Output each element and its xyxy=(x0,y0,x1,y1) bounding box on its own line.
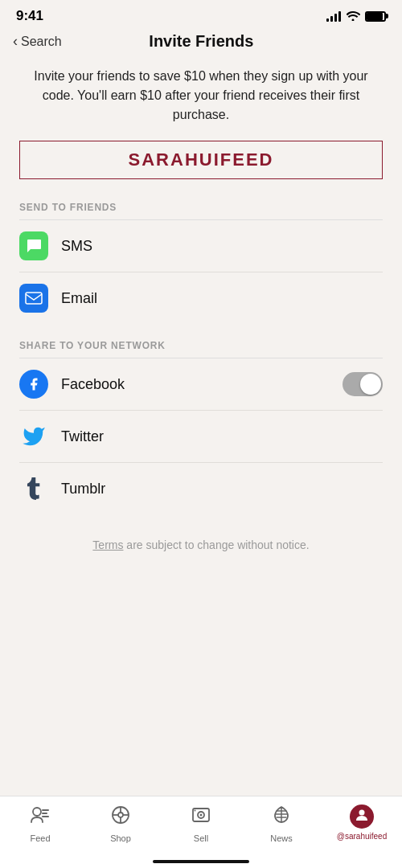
tab-shop[interactable]: Shop xyxy=(80,805,161,843)
promo-code-box[interactable]: SARAHUIFEED xyxy=(19,141,383,179)
svg-point-19 xyxy=(359,810,365,816)
terms-link[interactable]: Terms xyxy=(92,538,123,551)
main-content: Invite your friends to save $10 when the… xyxy=(0,59,402,567)
svg-rect-4 xyxy=(42,816,49,817)
twitter-list-item[interactable]: Twitter xyxy=(19,411,383,463)
avatar xyxy=(350,805,374,829)
tumblr-label: Tumblr xyxy=(61,481,105,497)
tumblr-icon xyxy=(19,474,48,503)
toggle-knob xyxy=(360,374,381,395)
svg-rect-0 xyxy=(26,293,42,304)
twitter-label: Twitter xyxy=(61,428,104,445)
sms-icon xyxy=(19,231,48,260)
tab-feed[interactable]: Feed xyxy=(0,805,80,843)
email-icon xyxy=(19,284,48,313)
tab-sell[interactable]: Sell xyxy=(161,805,241,843)
send-to-friends-header: SEND TO FRIENDS xyxy=(19,202,383,219)
svg-rect-3 xyxy=(42,813,47,814)
back-chevron-icon: ‹ xyxy=(13,33,18,50)
tab-feed-label: Feed xyxy=(30,833,50,843)
tab-news-label: News xyxy=(270,833,293,843)
battery-icon xyxy=(365,11,386,22)
sms-label: SMS xyxy=(61,238,92,255)
signal-bars-icon xyxy=(326,10,341,22)
facebook-label: Facebook xyxy=(61,376,125,393)
svg-point-6 xyxy=(118,813,123,817)
terms-text: Terms are subject to change without noti… xyxy=(19,530,383,567)
feed-icon xyxy=(30,805,51,830)
tumblr-list-item[interactable]: Tumblr xyxy=(19,463,383,514)
share-to-network-section: SHARE TO YOUR NETWORK Facebook Twitter xyxy=(19,340,383,514)
invite-description: Invite your friends to save $10 when the… xyxy=(19,67,383,125)
sms-list-item[interactable]: SMS xyxy=(19,220,383,272)
terms-rest: are subject to change without notice. xyxy=(123,538,309,551)
email-list-item[interactable]: Email xyxy=(19,272,383,324)
svg-rect-2 xyxy=(42,809,49,811)
avatar-icon xyxy=(354,807,370,826)
news-icon xyxy=(271,805,292,830)
facebook-icon xyxy=(19,370,48,399)
svg-point-13 xyxy=(200,814,203,817)
nav-bar: ‹ Search Invite Friends xyxy=(0,27,402,59)
send-to-friends-section: SEND TO FRIENDS SMS Email xyxy=(19,202,383,324)
tab-bar: Feed Shop Sell xyxy=(0,796,402,868)
promo-code: SARAHUIFEED xyxy=(129,149,274,170)
svg-point-1 xyxy=(33,808,41,816)
back-button[interactable]: ‹ Search xyxy=(13,33,62,50)
twitter-icon xyxy=(19,422,48,451)
shop-icon xyxy=(110,805,131,830)
status-icons xyxy=(326,10,386,23)
back-label: Search xyxy=(21,35,62,49)
sell-icon xyxy=(191,805,211,830)
tab-profile-label: @sarahuifeed xyxy=(337,832,387,841)
tab-shop-label: Shop xyxy=(110,833,131,843)
svg-point-14 xyxy=(195,810,196,812)
tab-sell-label: Sell xyxy=(194,833,208,843)
home-indicator xyxy=(153,860,249,863)
share-to-network-header: SHARE TO YOUR NETWORK xyxy=(19,340,383,358)
status-bar: 9:41 xyxy=(0,0,402,27)
facebook-list-item[interactable]: Facebook xyxy=(19,358,383,411)
tab-profile[interactable]: @sarahuifeed xyxy=(322,805,402,841)
wifi-icon xyxy=(346,10,360,23)
page-title: Invite Friends xyxy=(62,32,341,51)
facebook-toggle[interactable] xyxy=(343,372,383,396)
status-time: 9:41 xyxy=(16,8,43,24)
email-label: Email xyxy=(61,290,97,307)
tab-news[interactable]: News xyxy=(241,805,322,843)
